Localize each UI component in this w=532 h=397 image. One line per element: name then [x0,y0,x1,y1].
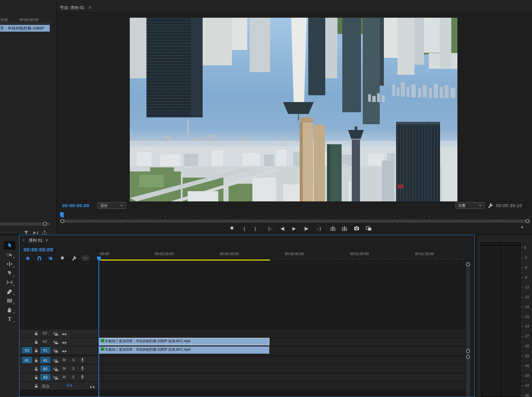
db-tick-minor [521,351,522,351]
master-track-header [19,381,98,390]
db-scale: 0-3-6-9-12-15-18-21-24-27-30-33-36-39-42… [477,235,532,397]
db-tick-major [521,258,523,258]
video-track-v3-header [19,329,98,337]
db-tick-minor [521,253,522,253]
db-tick-minor [521,302,522,302]
db-tick-minor [521,361,522,361]
db-tick-minor [521,312,522,312]
source-patch-v1[interactable]: V1 [22,347,32,353]
db-tick-minor [521,381,522,381]
keyframe-toggle-icon[interactable] [90,384,95,387]
sync-lock-icon[interactable] [53,367,59,371]
db-tick-minor [521,331,522,332]
master-track-label: 混合 [42,383,50,389]
track-label-v2[interactable]: V2 [43,340,47,344]
lock-icon[interactable] [34,340,39,344]
db-tick-major [521,336,523,336]
db-tick-major [521,267,523,268]
scrollbar-handle[interactable] [466,262,470,266]
db-label: -30 [524,344,529,348]
db-tick-major [521,248,523,248]
db-tick-major [521,277,523,278]
lock-icon[interactable] [34,366,39,371]
lock-icon[interactable] [34,383,39,388]
voiceover-record-mic-icon[interactable] [81,375,84,379]
db-label: -15 [524,295,529,299]
toggle-track-output-eye-icon[interactable] [62,331,67,335]
track-header-divider [98,261,98,397]
lock-icon[interactable] [34,348,39,353]
db-tick-major [521,395,523,396]
db-label: -18 [524,305,529,309]
fx-badge: fx [101,347,104,351]
timeline-playhead-line[interactable] [98,261,99,397]
db-label: -33 [524,354,529,358]
timeline-tracks: V3V2V1V1A1A1MSA2MSA3MS混合0.0fx8-航拍丨是深圳呀，年… [0,0,532,397]
db-label: -27 [524,334,529,338]
solo-button[interactable]: S [72,358,75,362]
scrollbar-handle[interactable] [466,355,470,359]
db-label: -24 [524,325,529,328]
db-tick-major [521,385,523,386]
db-tick-minor [521,341,522,342]
track-target-v1[interactable]: V1 [40,347,50,353]
db-tick-minor [521,321,522,322]
sync-lock-icon[interactable] [53,358,59,362]
track-label-v3[interactable]: V3 [43,331,47,335]
solo-button[interactable]: S [72,375,75,379]
db-label: -39 [524,374,529,378]
timeline-clip-v2[interactable]: fx8-航拍丨是深圳呀，年轻的热烈着-1080P 高清-AVC.mp4 [99,338,269,345]
db-tick-minor [521,272,522,272]
db-tick-major [521,356,523,356]
lock-icon[interactable] [34,375,39,380]
db-label: -12 [524,285,529,289]
premiere-pro-workspace: 5:00 00:00:30:00 牙，年轻的热烈着-1080P 节目: 序列 0… [0,0,532,397]
sync-lock-icon[interactable] [53,340,59,344]
track-target-a1[interactable]: A1 [40,357,50,363]
db-tick-minor [521,262,522,263]
lock-icon[interactable] [34,331,39,336]
db-label: -21 [524,315,529,319]
db-label: -42 [524,384,529,387]
db-label: -36 [524,364,529,368]
db-label: -45 [524,394,529,397]
db-tick-major [521,287,523,287]
db-tick-minor [521,371,522,371]
track-target-a2[interactable]: A2 [40,365,50,372]
db-tick-major [521,326,523,327]
db-tick-major [521,376,523,376]
track-target-a3[interactable]: A3 [40,374,50,380]
db-tick-minor [521,282,522,282]
voiceover-record-mic-icon[interactable] [81,358,84,362]
timeline-empty-area [19,390,466,397]
sync-lock-icon[interactable] [53,348,59,352]
db-tick-major [521,366,523,366]
toggle-track-output-eye-icon[interactable] [62,340,67,344]
mute-button[interactable]: M [63,366,66,370]
mute-button[interactable]: M [63,358,66,362]
db-tick-major [521,317,523,317]
db-tick-major [521,346,523,346]
audio-track-a3-header [19,373,98,381]
db-label: -6 [524,266,527,269]
db-tick-minor [521,391,522,391]
db-label: -3 [524,256,527,260]
mute-button[interactable]: M [63,375,66,379]
sync-lock-icon[interactable] [53,375,59,379]
audio-meter-panel: 0-3-6-9-12-15-18-21-24-27-30-33-36-39-42… [475,235,532,397]
solo-button[interactable]: S [72,366,75,370]
scrollbar-handle[interactable] [466,349,470,353]
db-tick-minor [521,292,522,292]
fx-badge: fx [101,339,104,342]
db-label: -9 [524,276,527,279]
timeline-clip-v1[interactable]: fx8-航拍丨是深圳呀，年轻的热烈着-1080P 高清-AVC.mp4 [99,346,269,354]
clip-label: 8-航拍丨是深圳呀，年轻的热烈着-1080P 高清-AVC.mp4 [106,339,190,344]
audio-track-a2-header [19,364,98,373]
voiceover-record-mic-icon[interactable] [81,366,84,371]
sync-lock-icon[interactable] [53,331,59,335]
toggle-track-output-eye-icon[interactable] [62,348,67,352]
source-patch-a1[interactable]: A1 [22,357,32,363]
master-volume-value[interactable]: 0.0 [67,383,72,387]
timeline-vertical-scrollbar[interactable] [466,262,470,396]
lock-icon[interactable] [34,358,39,363]
